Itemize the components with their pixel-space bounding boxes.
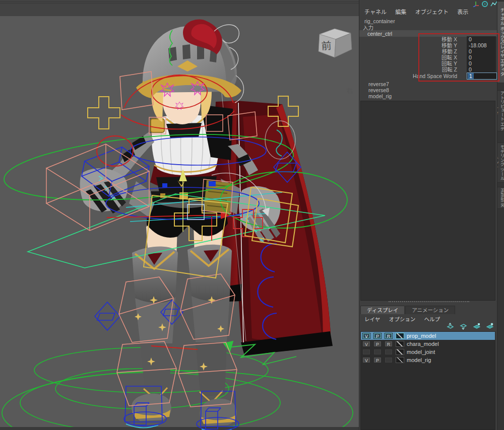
attr-rotate-x-value[interactable]: 0 (467, 54, 496, 60)
graph-editor-icon[interactable] (490, 1, 497, 7)
layer-visible-toggle[interactable]: V (362, 333, 370, 339)
layer-name[interactable]: chara_model (407, 341, 439, 347)
node-reverse8[interactable]: reverse8 (368, 87, 389, 93)
layer-color-swatch[interactable] (396, 341, 404, 347)
sync-circle-icon[interactable] (481, 1, 488, 7)
viewport-bottom-edge (0, 427, 359, 430)
attr-translate-z-label: 移動 Z (442, 48, 457, 54)
layer-name[interactable]: model_rig (407, 357, 431, 363)
layer-color-swatch[interactable] (396, 357, 404, 363)
layer-visible-toggle[interactable]: V (362, 341, 370, 347)
new-empty-layer-icon[interactable] (473, 323, 481, 330)
attr-translate-y-label: 移動 Y (442, 42, 457, 48)
menu-help[interactable]: ヘルプ (424, 315, 440, 323)
menu-show[interactable]: 表示 (457, 8, 468, 16)
attr-hand-space-label: Hand Space World (413, 73, 457, 79)
channel-box-menubar: チャネル 編集 オブジェクト 表示 (364, 7, 475, 15)
attr-hand-space-field[interactable]: 1 (467, 73, 497, 80)
attr-rotate-y-value[interactable]: 0 (467, 60, 496, 66)
panel-splitter-handle[interactable] (389, 301, 469, 302)
menu-object[interactable]: オブジェクト (415, 8, 449, 16)
attr-rotate-y-label: 回転 Y (442, 60, 457, 66)
layer-editor-menubar: レイヤ オプション ヘルプ (364, 314, 447, 323)
layer-playback-toggle[interactable]: P (373, 341, 382, 347)
menu-layers[interactable]: レイヤ (364, 315, 380, 323)
layer-name[interactable]: model_joint (407, 349, 435, 355)
layer-row-model-rig[interactable]: V P model_rig (361, 356, 495, 364)
menu-channels[interactable]: チャネル (364, 8, 387, 16)
layer-visible-toggle[interactable]: V (362, 357, 370, 363)
tab-human-ik[interactable]: Human IK (497, 187, 504, 209)
node-model-rig[interactable]: model_rig (368, 93, 392, 99)
channel-box-panel: チャネル 編集 オブジェクト 表示 rig_container 入力 cente… (359, 0, 504, 430)
layer-display-mode-toggle[interactable]: R (385, 333, 393, 339)
attr-translate-z-value[interactable]: 0 (467, 48, 496, 54)
sidebar-tab-strip: チャネル ボックス/レイヤ エディタ アトリビュート エディタ モデリング ツー… (497, 0, 504, 430)
attr-rotate-z-value[interactable]: 0 (467, 66, 496, 73)
maya-window: 前 右 (0, 0, 504, 430)
attr-rotate-x-label: 回転 X (442, 54, 457, 60)
move-manipulator-icon[interactable] (472, 1, 479, 7)
node-rig-container[interactable]: rig_container (364, 18, 395, 24)
menu-edit[interactable]: 編集 (395, 8, 406, 16)
layer-playback-toggle[interactable]: P (373, 357, 382, 363)
channel-box-empty-area (360, 101, 495, 301)
tab-channel-box-layer-editor[interactable]: チャネル ボックス/レイヤ エディタ (497, 1, 504, 83)
layer-playback-toggle[interactable] (373, 349, 382, 355)
view-cube[interactable]: 前 右 (319, 29, 353, 95)
new-layer-from-selected-icon[interactable] (486, 323, 494, 330)
viewport-toolbar-strip (0, 0, 359, 16)
layer-row-chara-model[interactable]: V P R chara_model (361, 340, 495, 348)
move-layer-up-icon[interactable] (447, 323, 454, 330)
layer-color-swatch[interactable] (396, 349, 404, 355)
attr-rotate-z-label: 回転 Z (442, 66, 457, 73)
layer-playback-toggle[interactable]: P (373, 333, 382, 339)
node-reverse7[interactable]: reverse7 (368, 81, 389, 87)
layer-row-prop-model[interactable]: V P R prop_model (361, 332, 495, 340)
layer-visible-toggle[interactable] (362, 349, 370, 355)
ground-rig-rings[interactable] (2, 347, 353, 430)
tab-modeling-toolkit[interactable]: モデリング ツールキット (497, 142, 504, 183)
layer-list: V P R prop_model V P R chara_model model… (360, 331, 495, 430)
attr-translate-x-label: 移動 X (442, 36, 457, 42)
attr-hand-space-value[interactable]: 1 (468, 73, 474, 79)
view-cube-front-label[interactable]: 前 (321, 40, 332, 52)
viewport-3d[interactable]: 前 右 (0, 16, 359, 430)
view-cube-right-label[interactable]: 右 (346, 87, 353, 95)
attr-translate-x-value[interactable]: 0 (467, 36, 496, 42)
inputs-label: 入力 (363, 25, 373, 31)
attr-translate-y-value[interactable]: -18.008 (467, 42, 496, 48)
tab-display[interactable]: ディスプレイ (360, 306, 405, 314)
layer-display-mode-toggle[interactable] (385, 357, 393, 363)
tab-attribute-editor[interactable]: アトリビュート エディタ (497, 90, 504, 131)
layer-color-swatch[interactable] (396, 333, 404, 339)
menu-options[interactable]: オプション (389, 315, 416, 323)
layer-row-model-joint[interactable]: model_joint (361, 348, 495, 356)
move-layer-down-icon[interactable] (460, 323, 467, 330)
layer-display-mode-toggle[interactable]: R (385, 341, 393, 347)
layer-display-mode-toggle[interactable] (385, 349, 393, 355)
layer-name[interactable]: prop_model (407, 333, 436, 339)
tab-animation[interactable]: アニメーション (405, 306, 455, 314)
